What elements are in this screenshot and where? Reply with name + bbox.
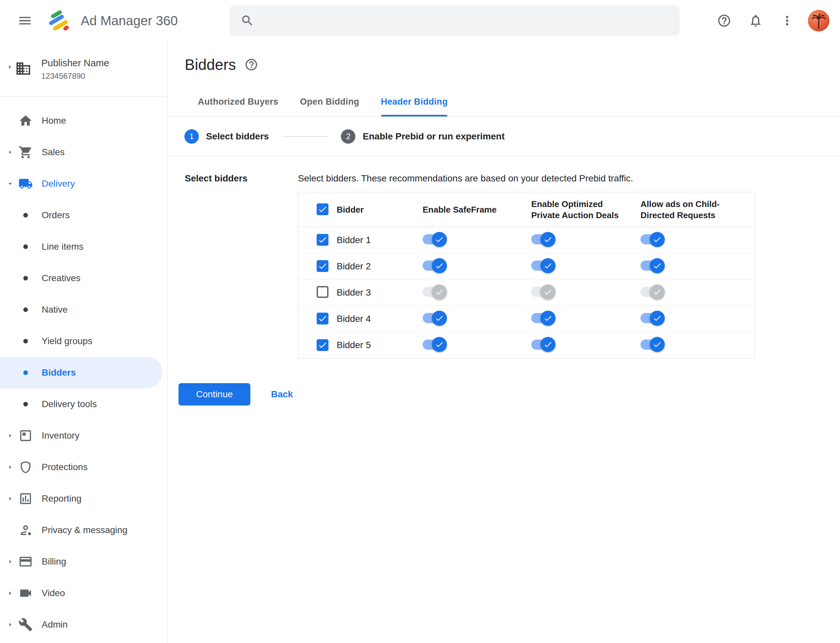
- child-directed-toggle[interactable]: [641, 234, 664, 245]
- more-options-icon[interactable]: [776, 10, 798, 31]
- avatar[interactable]: [808, 10, 830, 31]
- optimized-deals-toggle[interactable]: [531, 261, 555, 271]
- ad-manager-logo-icon: [47, 9, 70, 33]
- sidebar-item-sales[interactable]: Sales: [0, 137, 167, 168]
- chevron-right-icon[interactable]: [5, 620, 15, 629]
- sidebar-item-billing[interactable]: Billing: [0, 546, 167, 578]
- sidebar-item-reporting[interactable]: Reporting: [0, 483, 167, 514]
- chevron-right-icon[interactable]: [5, 62, 15, 72]
- optimized-deals-toggle[interactable]: [531, 234, 555, 245]
- toggle-thumb: [541, 337, 556, 352]
- bullet-icon: [18, 396, 33, 412]
- sidebar-item-native[interactable]: Native: [0, 294, 167, 325]
- chevron-right-icon[interactable]: [5, 463, 15, 472]
- sidebar-item-label: Video: [42, 588, 65, 598]
- row-checkbox[interactable]: [317, 234, 328, 246]
- tab-open-bidding[interactable]: Open Bidding: [289, 87, 370, 116]
- toggle-thumb: [650, 232, 665, 247]
- sidebar-item-orders[interactable]: Orders: [0, 199, 167, 231]
- sidebar-item-yield-groups[interactable]: Yield groups: [0, 325, 167, 357]
- select-all-checkbox[interactable]: [317, 203, 328, 215]
- sidebar-item-protections[interactable]: Protections: [0, 451, 167, 483]
- page-title-row: Bidders: [185, 56, 258, 73]
- top-app-bar: Ad Manager 360: [0, 0, 840, 41]
- inventory-icon: [18, 428, 33, 444]
- optimized-deals-toggle[interactable]: [531, 339, 555, 350]
- notifications-icon[interactable]: [745, 10, 766, 31]
- chevron-down-icon[interactable]: [5, 180, 15, 188]
- column-header-child-directed: Allow ads on Child-Directed Requests: [641, 199, 755, 221]
- table-body: Bidder 1Bidder 2Bidder 3Bidder 4Bidder 5: [298, 227, 755, 358]
- row-checkbox[interactable]: [317, 339, 328, 351]
- search-icon: [240, 14, 254, 28]
- bidders-table: Bidder Enable SafeFrame Enable Optimized…: [298, 192, 755, 359]
- chevron-right-icon[interactable]: [5, 148, 15, 157]
- chevron-right-icon[interactable]: [5, 589, 15, 597]
- billing-icon: [18, 554, 33, 570]
- publisher-selector[interactable]: Publisher Name 1234567890: [0, 41, 167, 96]
- toggle-thumb: [541, 232, 556, 247]
- chevron-right-icon[interactable]: [5, 431, 15, 440]
- sidebar-item-label: Billing: [42, 557, 66, 567]
- sidebar-item-delivery[interactable]: Delivery: [0, 168, 167, 199]
- child-directed-toggle[interactable]: [641, 261, 664, 271]
- sidebar-item-creatives[interactable]: Creatives: [0, 263, 167, 294]
- child-directed-toggle[interactable]: [641, 313, 664, 323]
- sidebar-item-bidders[interactable]: Bidders: [0, 357, 162, 388]
- toggle-thumb: [432, 284, 447, 300]
- step-2-indicator: 2: [341, 129, 355, 144]
- admin-icon: [18, 617, 33, 633]
- chevron-right-icon[interactable]: [5, 494, 15, 503]
- help-icon[interactable]: [713, 10, 735, 31]
- toggle-thumb: [432, 258, 447, 273]
- step-1-label: Select bidders: [206, 131, 269, 142]
- main-content: Bidders Authorized Buyers Open Bidding H…: [168, 41, 840, 643]
- sidebar-item-label: Reporting: [42, 493, 82, 504]
- sidebar-item-inventory[interactable]: Inventory: [0, 420, 167, 451]
- publisher-id: 1234567890: [41, 72, 85, 81]
- back-button[interactable]: Back: [271, 389, 293, 400]
- search-input[interactable]: [263, 15, 680, 26]
- sidebar-item-label: Native: [42, 304, 68, 315]
- row-checkbox[interactable]: [317, 313, 328, 325]
- sidebar-item-video[interactable]: Video: [0, 578, 167, 609]
- sidebar-item-delivery-tools[interactable]: Delivery tools: [0, 388, 167, 420]
- page-help-icon[interactable]: [244, 58, 258, 72]
- safeframe-toggle[interactable]: [423, 313, 446, 323]
- tab-authorized-buyers[interactable]: Authorized Buyers: [187, 87, 289, 116]
- sidebar-item-privacy-messaging[interactable]: Privacy & messaging: [0, 514, 167, 546]
- row-checkbox[interactable]: [317, 260, 328, 272]
- safeframe-toggle[interactable]: [423, 261, 446, 271]
- optimized-deals-toggle[interactable]: [531, 313, 555, 323]
- sidebar-item-home[interactable]: Home: [0, 105, 167, 137]
- chevron-right-icon[interactable]: [5, 557, 15, 566]
- privacy-icon: [18, 522, 33, 538]
- sidebar-item-label: Home: [42, 116, 66, 126]
- tab-header-bidding[interactable]: Header Bidding: [370, 87, 459, 116]
- bidder-name: Bidder 5: [337, 340, 423, 350]
- optimized-deals-toggle[interactable]: [531, 287, 555, 297]
- safeframe-toggle[interactable]: [423, 287, 446, 297]
- table-row: Bidder 3: [298, 279, 755, 306]
- sidebar-item-admin[interactable]: Admin: [0, 609, 167, 640]
- bullet-icon: [18, 333, 33, 349]
- search-bar[interactable]: [229, 6, 680, 36]
- child-directed-toggle[interactable]: [641, 339, 664, 350]
- row-checkbox[interactable]: [317, 286, 328, 298]
- safeframe-toggle[interactable]: [423, 234, 446, 245]
- sidebar-item-label: Yield groups: [42, 336, 93, 346]
- toggle-thumb: [432, 311, 447, 326]
- safeframe-toggle[interactable]: [423, 339, 446, 350]
- column-header-safeframe: Enable SafeFrame: [423, 204, 531, 215]
- table-row: Bidder 2: [298, 253, 755, 279]
- report-icon: [18, 491, 33, 506]
- menu-icon[interactable]: [13, 9, 37, 33]
- bullet-icon: [18, 302, 33, 318]
- child-directed-toggle[interactable]: [641, 287, 664, 297]
- sidebar-item-line-items[interactable]: Line items: [0, 231, 167, 263]
- step-connector: [282, 136, 328, 137]
- continue-button[interactable]: Continue: [178, 383, 250, 405]
- publisher-name: Publisher Name: [41, 58, 109, 69]
- toggle-thumb: [541, 284, 556, 300]
- truck-icon: [18, 176, 33, 192]
